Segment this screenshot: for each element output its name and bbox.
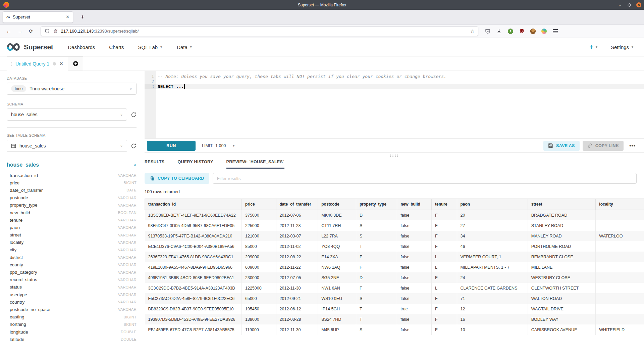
schema-column-row: priceBIGINT (7, 179, 137, 186)
caret-down-icon: ▼ (232, 144, 235, 147)
table-select[interactable]: house_sales ∨ (7, 140, 127, 152)
column-name: northing (10, 322, 26, 327)
run-button[interactable]: RUN (147, 141, 196, 151)
query-tab-untitled[interactable]: Untitled Query 1 ✕ (7, 56, 68, 71)
menu-icon[interactable] (552, 28, 558, 34)
superset-favicon-icon: ∞ (6, 14, 10, 19)
results-header-row: transaction_idpricedate_of_transferpostc… (145, 199, 644, 210)
table-cell: L (431, 283, 457, 293)
refresh-tables-icon[interactable] (131, 143, 137, 149)
chevron-down-icon: ∨ (120, 113, 123, 117)
table-cell: F (431, 210, 457, 221)
tab-close-icon[interactable]: ✕ (66, 14, 69, 19)
add-query-tab-button[interactable] (68, 56, 83, 71)
refresh-schemas-icon[interactable] (131, 112, 137, 118)
column-header-street[interactable]: street (528, 199, 596, 210)
column-header-paon[interactable]: paon (457, 199, 528, 210)
new-object-button[interactable]: +▼ (589, 43, 598, 51)
sql-editor[interactable]: 1 -- Note: Unless you save your query, t… (145, 71, 644, 138)
back-button[interactable]: ← (6, 28, 11, 34)
settings-menu[interactable]: Settings▼ (611, 44, 634, 50)
window-maximize-button[interactable] (627, 3, 631, 7)
table-cell: 20 (457, 210, 528, 221)
column-type: DOUBLE (121, 337, 137, 341)
window-close-button[interactable]: ✕ (636, 2, 641, 7)
nav-item-data[interactable]: Data▼ (177, 44, 193, 50)
save-icon (548, 143, 553, 148)
table-row: 91370533-19F5-47FE-B142-A380A8ADA2101210… (145, 231, 644, 241)
url-bar[interactable]: 217.160.120.143:32393/superset/sqllab/ ☆ (41, 26, 478, 36)
column-header-locality[interactable]: locality (596, 199, 644, 210)
superset-infinity-icon (6, 42, 21, 52)
new-tab-button[interactable]: + (78, 13, 87, 21)
database-select-value: Trino warehouse (30, 86, 126, 91)
table-schema-title[interactable]: house_sales (7, 162, 39, 168)
bookmark-star-icon[interactable]: ☆ (470, 29, 475, 34)
superset-logo[interactable]: Superset (6, 42, 53, 52)
table-row: 419E1030-9A55-4467-8DA9-9FED95D659666090… (145, 262, 644, 272)
sql-comment: -- Note: Unless you save your query, the… (156, 74, 446, 79)
schema-column-row: property_typeVARCHAR (7, 202, 137, 209)
chevron-up-icon[interactable]: ∧ (133, 163, 137, 167)
column-type: BIGINT (124, 315, 137, 319)
table-cell: false (397, 252, 432, 262)
column-header-date_of_transfer[interactable]: date_of_transfer (276, 199, 318, 210)
consent-extension-icon[interactable] (541, 29, 547, 34)
insecure-lock-icon[interactable] (53, 28, 58, 34)
pocket-icon[interactable] (485, 28, 491, 34)
nav-item-charts[interactable]: Charts (109, 44, 124, 50)
column-header-transaction_id[interactable]: transaction_id (145, 199, 242, 210)
table-cell: 193907D3-5DBD-453D-A49E-9FEE27DAB926 (145, 314, 242, 324)
window-minimize-button[interactable]: ⌄ (618, 3, 622, 7)
reload-button[interactable]: ⟳ (29, 28, 33, 34)
url-text[interactable]: 217.160.120.143:32393/superset/sqllab/ (61, 29, 468, 34)
forward-button[interactable]: → (17, 28, 23, 34)
column-header-property_type[interactable]: property_type (356, 199, 397, 210)
copy-to-clipboard-button[interactable]: COPY TO CLIPBOARD (145, 173, 209, 184)
column-header-postcode[interactable]: postcode (318, 199, 356, 210)
caret-down-icon: ▼ (631, 45, 634, 49)
browser-tab-title: Superset (13, 14, 63, 19)
table-cell: false (397, 241, 432, 252)
save-as-button[interactable]: SAVE AS (543, 141, 580, 151)
table-cell: F (431, 272, 457, 283)
tab-results[interactable]: RESULTS (145, 160, 165, 169)
column-name: price (10, 180, 19, 185)
cookie-extension-icon[interactable] (530, 29, 536, 34)
table-cell: 16 (457, 314, 528, 324)
database-select[interactable]: trino Trino warehouse ∨ (7, 83, 137, 95)
column-header-price[interactable]: price (242, 199, 276, 210)
limit-dropdown[interactable]: LIMIT: 1 000 ▼ (202, 143, 235, 148)
tab-preview-house-sales[interactable]: PREVIEW: `HOUSE_SALES` (226, 160, 284, 169)
column-header-tenure[interactable]: tenure (431, 199, 457, 210)
ublock-extension-icon[interactable] (519, 28, 525, 34)
tab-query-history[interactable]: QUERY HISTORY (178, 160, 213, 169)
nav-item-dashboards[interactable]: Dashboards (68, 44, 95, 50)
table-cell: false (397, 324, 432, 335)
downloads-icon[interactable] (496, 28, 502, 34)
query-tab-close-icon[interactable]: ✕ (59, 61, 63, 66)
privacy-badger-extension-icon[interactable] (508, 29, 513, 34)
see-table-schema-label: SEE TABLE SCHEMA (7, 133, 137, 137)
shield-icon[interactable] (44, 28, 50, 34)
copy-link-button[interactable]: COPY LINK (583, 141, 624, 151)
table-cell: 1B5C39ED-BE7F-41EF-9E71-9C60EED74A22 (145, 210, 242, 221)
table-cell: 2012-08-22 (276, 252, 318, 262)
table-cell: 225000 (242, 220, 276, 231)
table-cell (596, 252, 644, 262)
editor-line-1: 1 -- Note: Unless you save your query, t… (145, 74, 644, 79)
table-cell: 230000 (242, 272, 276, 283)
nav-item-sql-lab[interactable]: SQL Lab▼ (138, 44, 163, 50)
column-header-new_build[interactable]: new_build (397, 199, 432, 210)
more-options-button[interactable]: ••• (629, 143, 636, 148)
browser-tab[interactable]: ∞ Superset ✕ (3, 11, 73, 23)
schema-column-row: cityVARCHAR (7, 246, 137, 254)
drag-handle-icon[interactable] (10, 61, 12, 66)
chevron-down-icon: ∨ (129, 87, 132, 91)
panel-resize-handle[interactable] (389, 154, 399, 157)
results-body: 1B5C39ED-BE7F-41EF-9E71-9C60EED74A223750… (145, 210, 644, 335)
table-cell: T (356, 314, 397, 324)
schema-select[interactable]: house_sales ∨ (7, 108, 127, 121)
window-title: Superset — Mozilla Firefox (0, 3, 644, 7)
filter-results-input[interactable] (213, 173, 637, 184)
